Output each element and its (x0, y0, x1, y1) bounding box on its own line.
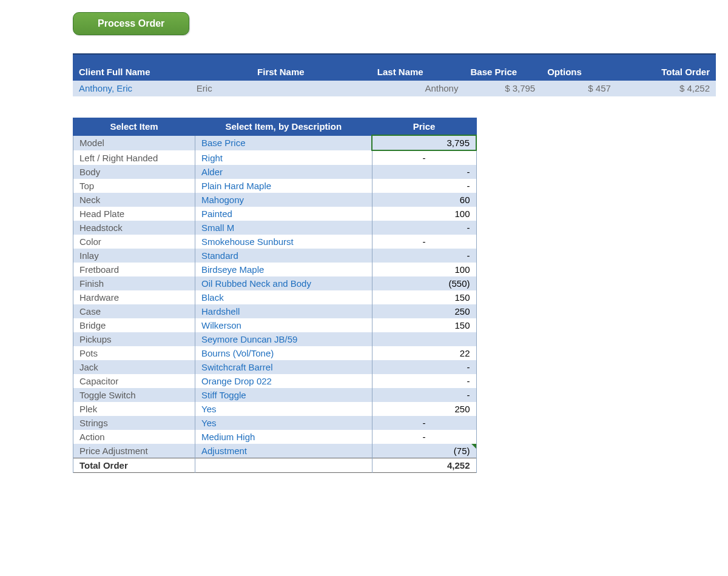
item-row[interactable]: Left / Right HandedRight- (73, 150, 477, 165)
item-description-cell[interactable]: Seymore Duncan JB/59 (195, 332, 372, 346)
item-category-cell[interactable]: Finish (73, 276, 195, 290)
item-category-cell[interactable]: Inlay (73, 249, 195, 263)
client-data-row[interactable]: Anthony, Eric Eric Anthony $ 3,795 $ 457… (73, 81, 716, 96)
item-description-cell[interactable]: Medium High (195, 430, 372, 444)
item-category-cell[interactable]: Headstock (73, 221, 195, 235)
item-price-cell[interactable]: - (372, 430, 476, 444)
item-category-cell[interactable]: Body (73, 165, 195, 179)
item-price-cell[interactable]: 60 (372, 193, 476, 207)
item-description-cell[interactable]: Orange Drop 022 (195, 374, 372, 388)
item-description-cell[interactable]: Yes (195, 402, 372, 416)
item-price-cell[interactable]: - (372, 374, 476, 388)
item-description-cell[interactable]: Plain Hard Maple (195, 179, 372, 193)
client-full-name-cell[interactable]: Anthony, Eric (73, 81, 190, 96)
item-description-cell[interactable]: Mahogony (195, 193, 372, 207)
item-description-cell[interactable]: Oil Rubbed Neck and Body (195, 276, 372, 290)
item-price-cell[interactable]: - (372, 165, 476, 179)
item-category-cell[interactable]: Left / Right Handed (73, 150, 195, 165)
item-description-cell[interactable]: Bourns (Vol/Tone) (195, 346, 372, 360)
item-row[interactable]: BodyAlder- (73, 165, 477, 179)
item-price-cell[interactable]: - (372, 235, 476, 249)
item-category-cell[interactable]: Case (73, 304, 195, 318)
item-price-cell[interactable]: - (372, 179, 476, 193)
item-row[interactable]: PlekYes250 (73, 402, 477, 416)
total-spacer (195, 458, 372, 473)
item-category-cell[interactable]: Bridge (73, 318, 195, 332)
item-description-cell[interactable]: Black (195, 290, 372, 304)
item-description-cell[interactable]: Hardshell (195, 304, 372, 318)
item-price-cell[interactable]: - (372, 360, 476, 374)
item-price-cell[interactable]: - (372, 388, 476, 402)
header-last-name: Last Name (371, 54, 465, 81)
item-category-cell[interactable]: Action (73, 430, 195, 444)
item-category-cell[interactable]: Strings (73, 416, 195, 430)
item-row[interactable]: TopPlain Hard Maple- (73, 179, 477, 193)
item-price-cell[interactable]: (75) (372, 444, 476, 458)
item-price-cell[interactable]: 100 (372, 207, 476, 221)
item-row[interactable]: Toggle SwitchStiff Toggle- (73, 388, 477, 402)
item-row[interactable]: Price AdjustmentAdjustment(75) (73, 444, 477, 458)
item-category-cell[interactable]: Price Adjustment (73, 444, 195, 458)
item-description-cell[interactable]: Alder (195, 165, 372, 179)
item-description-cell[interactable]: Stiff Toggle (195, 388, 372, 402)
item-row[interactable]: CapacitorOrange Drop 022- (73, 374, 477, 388)
item-row[interactable]: InlayStandard- (73, 249, 477, 263)
item-row[interactable]: HeadstockSmall M- (73, 221, 477, 235)
item-price-cell[interactable]: 150 (372, 290, 476, 304)
item-row[interactable]: CaseHardshell250 (73, 304, 477, 318)
item-row[interactable]: PotsBourns (Vol/Tone)22 (73, 346, 477, 360)
item-description-cell[interactable]: Smokehouse Sunburst (195, 235, 372, 249)
item-description-cell[interactable]: Right (195, 150, 372, 165)
process-order-button[interactable]: Process Order (73, 12, 189, 35)
item-row[interactable]: FretboardBirdseye Maple100 (73, 263, 477, 276)
item-row[interactable]: ActionMedium High- (73, 430, 477, 444)
item-description-cell[interactable]: Wilkerson (195, 318, 372, 332)
item-price-cell[interactable]: (550) (372, 276, 476, 290)
item-category-cell[interactable]: Head Plate (73, 207, 195, 221)
item-description-cell[interactable]: Birdseye Maple (195, 263, 372, 276)
item-category-cell[interactable]: Hardware (73, 290, 195, 304)
item-row[interactable]: HardwareBlack150 (73, 290, 477, 304)
item-description-cell[interactable]: Base Price (195, 135, 372, 150)
item-description-cell[interactable]: Standard (195, 249, 372, 263)
client-last-name-cell: Anthony (371, 81, 465, 96)
item-price-cell[interactable]: 150 (372, 318, 476, 332)
item-row[interactable]: JackSwitchcraft Barrel- (73, 360, 477, 374)
item-category-cell[interactable]: Top (73, 179, 195, 193)
item-row[interactable]: PickupsSeymore Duncan JB/59 (73, 332, 477, 346)
item-price-cell[interactable]: 22 (372, 346, 476, 360)
item-category-cell[interactable]: Plek (73, 402, 195, 416)
item-price-cell[interactable]: - (372, 249, 476, 263)
item-category-cell[interactable]: Jack (73, 360, 195, 374)
item-description-cell[interactable]: Small M (195, 221, 372, 235)
item-description-cell[interactable]: Adjustment (195, 444, 372, 458)
item-price-cell[interactable]: 100 (372, 263, 476, 276)
item-category-cell[interactable]: Neck (73, 193, 195, 207)
item-row[interactable]: BridgeWilkerson150 (73, 318, 477, 332)
item-description-cell[interactable]: Yes (195, 416, 372, 430)
item-row[interactable]: ModelBase Price3,795 (73, 135, 477, 150)
item-row[interactable]: FinishOil Rubbed Neck and Body(550) (73, 276, 477, 290)
item-price-cell[interactable] (372, 332, 476, 346)
header-client-full-name: Client Full Name (73, 54, 190, 81)
item-category-cell[interactable]: Fretboard (73, 263, 195, 276)
item-category-cell[interactable]: Color (73, 235, 195, 249)
item-category-cell[interactable]: Model (73, 135, 195, 150)
item-row[interactable]: StringsYes- (73, 416, 477, 430)
item-price-cell[interactable]: - (372, 221, 476, 235)
item-category-cell[interactable]: Capacitor (73, 374, 195, 388)
item-row[interactable]: Head PlatePainted100 (73, 207, 477, 221)
item-price-cell[interactable]: 250 (372, 304, 476, 318)
item-category-cell[interactable]: Pickups (73, 332, 195, 346)
item-price-cell[interactable]: - (372, 150, 476, 165)
item-row[interactable]: ColorSmokehouse Sunburst- (73, 235, 477, 249)
item-description-cell[interactable]: Switchcraft Barrel (195, 360, 372, 374)
item-price-cell[interactable]: 3,795 (372, 135, 476, 150)
item-category-cell[interactable]: Toggle Switch (73, 388, 195, 402)
item-price-cell[interactable]: - (372, 416, 476, 430)
item-row[interactable]: NeckMahogony60 (73, 193, 477, 207)
item-category-cell[interactable]: Pots (73, 346, 195, 360)
item-description-cell[interactable]: Painted (195, 207, 372, 221)
total-value: 4,252 (372, 458, 476, 473)
item-price-cell[interactable]: 250 (372, 402, 476, 416)
